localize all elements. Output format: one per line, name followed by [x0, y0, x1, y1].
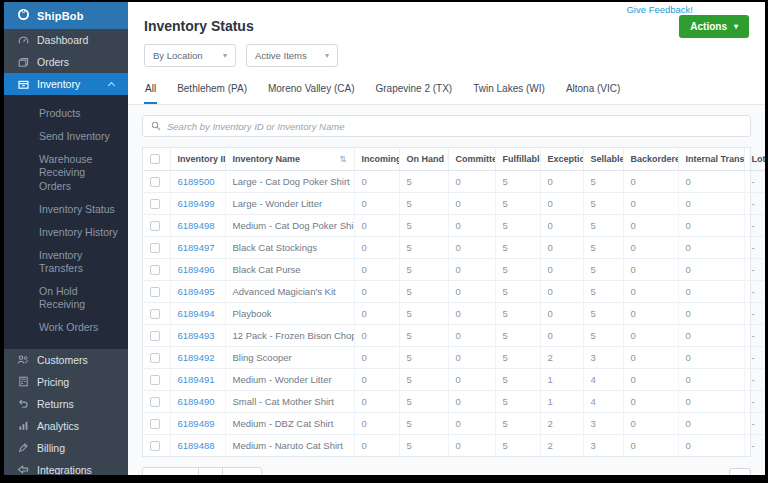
sidebar: ShipBob DashboardOrdersInventoryProducts… [4, 2, 128, 475]
value-cell: 5 [495, 435, 540, 457]
row-checkbox[interactable] [150, 199, 160, 209]
inventory-id-link[interactable]: 6189489 [178, 418, 215, 429]
value-cell: 5 [495, 369, 540, 391]
row-checkbox[interactable] [150, 287, 160, 297]
sidebar-item-integrations[interactable]: Integrations [4, 459, 128, 476]
value-cell: 0 [678, 391, 744, 413]
value-cell: 0 [354, 303, 399, 325]
value-cell: 5 [399, 281, 448, 303]
tab-all[interactable]: All [144, 79, 157, 104]
previous-page-button[interactable]: Previous [142, 467, 199, 476]
sidebar-item-orders[interactable]: Orders [4, 51, 128, 73]
value-cell: 0 [678, 347, 744, 369]
give-feedback-link[interactable]: Give Feedback! [626, 4, 693, 15]
sidebar-subitem-work-orders[interactable]: Work Orders [4, 316, 128, 339]
row-checkbox[interactable] [150, 243, 160, 253]
item-status-filter-dropdown[interactable]: Active Items ▾ [246, 44, 338, 67]
sidebar-subitem-inventory-status[interactable]: Inventory Status [4, 198, 128, 221]
inventory-id-link[interactable]: 6189495 [178, 286, 215, 297]
inventory-id-link[interactable]: 6189488 [178, 440, 215, 451]
inventory-name-cell: 12 Pack - Frozen Bison Chops [225, 325, 354, 347]
value-cell: 5 [495, 391, 540, 413]
page-title: Inventory Status [128, 15, 765, 34]
inventory-id-link[interactable]: 6189490 [178, 396, 215, 407]
caret-down-icon: ▾ [734, 23, 738, 31]
value-cell: 0 [354, 171, 399, 193]
column-header-inventory-name[interactable]: Inventory Name⇅ [225, 148, 354, 171]
logo-bar[interactable]: ShipBob [4, 2, 128, 29]
sidebar-item-customers[interactable]: Customers [4, 349, 128, 371]
location-filter-dropdown[interactable]: By Location ▾ [144, 44, 236, 67]
value-cell: 0 [448, 281, 495, 303]
inventory-name-cell: Advanced Magician's Kit [225, 281, 354, 303]
column-label: Inventory Name [233, 154, 301, 164]
sidebar-subitem-send-inventory[interactable]: Send Inventory [4, 125, 128, 148]
row-checkbox[interactable] [150, 177, 160, 187]
column-header-exception: Exception [540, 148, 583, 171]
tab-altona-vic[interactable]: Altona (VIC) [565, 79, 621, 104]
value-cell: 0 [540, 237, 583, 259]
sidebar-subitem-products[interactable]: Products [4, 102, 128, 125]
inventory-id-link[interactable]: 6189494 [178, 308, 215, 319]
row-checkbox[interactable] [150, 441, 160, 451]
actions-button[interactable]: Actions ▾ [679, 15, 749, 38]
column-header-on-hand[interactable]: On Hand⇅ [399, 148, 448, 171]
inventory-id-link[interactable]: 6189492 [178, 352, 215, 363]
sort-icon[interactable]: ⇅ [339, 154, 346, 164]
tab-moreno-valley-ca[interactable]: Moreno Valley (CA) [267, 79, 356, 104]
value-cell: 0 [354, 237, 399, 259]
value-cell: 5 [583, 303, 623, 325]
column-header-backordered: Backordered [623, 148, 678, 171]
row-checkbox[interactable] [150, 331, 160, 341]
inventory-id-link[interactable]: 6189498 [178, 220, 215, 231]
row-checkbox[interactable] [150, 375, 160, 385]
value-cell: 5 [399, 347, 448, 369]
row-select-cell [143, 347, 170, 369]
select-all-checkbox[interactable] [150, 154, 160, 164]
tab-bethlehem-pa[interactable]: Bethlehem (PA) [176, 79, 248, 104]
current-page-button[interactable]: 1 [198, 467, 223, 476]
page-info: Page 1 of 1 | Showing 13 of 13 | Go to p… [535, 468, 751, 475]
row-checkbox[interactable] [150, 309, 160, 319]
inventory-id-link[interactable]: 6189500 [178, 176, 215, 187]
sidebar-item-label: Pricing [37, 376, 69, 388]
tab-grapevine-2-tx[interactable]: Grapevine 2 (TX) [374, 79, 453, 104]
row-checkbox[interactable] [150, 221, 160, 231]
sidebar-item-dashboard[interactable]: Dashboard [4, 29, 128, 51]
sidebar-subitem-warehouse-receiving-orders[interactable]: Warehouse Receiving Orders [4, 148, 128, 197]
sidebar-item-billing[interactable]: Billing [4, 437, 128, 459]
inventory-id-link[interactable]: 6189496 [178, 264, 215, 275]
inventory-id-link[interactable]: 6189497 [178, 242, 215, 253]
sidebar-item-returns[interactable]: Returns [4, 393, 128, 415]
inventory-name-cell: Black Cat Stockings [225, 237, 354, 259]
value-cell: 0 [623, 325, 678, 347]
sidebar-item-label: Dashboard [37, 34, 88, 46]
tab-twin-lakes-wi[interactable]: Twin Lakes (WI) [472, 79, 546, 104]
inventory-id-link[interactable]: 6189499 [178, 198, 215, 209]
analytics-icon [17, 420, 29, 432]
row-checkbox[interactable] [150, 353, 160, 363]
row-select-cell [143, 171, 170, 193]
inventory-id-cell: 6189499 [170, 193, 225, 215]
sidebar-subitem-inventory-history[interactable]: Inventory History [4, 221, 128, 244]
sidebar-subitem-on-hold-receiving[interactable]: On Hold Receiving [4, 280, 128, 316]
sidebar-item-pricing[interactable]: Pricing [4, 371, 128, 393]
inventory-id-link[interactable]: 6189491 [178, 374, 215, 385]
row-checkbox[interactable] [150, 265, 160, 275]
sidebar-item-label: Analytics [37, 420, 79, 432]
table-row: 6189489Medium - DBZ Cat Shirt05052300- [143, 413, 765, 435]
value-cell: - [744, 369, 765, 391]
sidebar-item-analytics[interactable]: Analytics [4, 415, 128, 437]
row-checkbox[interactable] [150, 419, 160, 429]
value-cell: 5 [495, 259, 540, 281]
value-cell: 5 [399, 413, 448, 435]
sidebar-subitem-inventory-transfers[interactable]: Inventory Transfers [4, 244, 128, 280]
row-checkbox[interactable] [150, 397, 160, 407]
search-input[interactable] [167, 121, 742, 132]
inventory-id-link[interactable]: 6189493 [178, 330, 215, 341]
table-row: 6189488Medium - Naruto Cat Shirt05052300… [143, 435, 765, 457]
goto-page-input[interactable] [729, 468, 751, 475]
next-page-button[interactable]: Next [222, 467, 262, 476]
table-row: 6189496Black Cat Purse05050500- [143, 259, 765, 281]
sidebar-item-inventory[interactable]: Inventory [4, 73, 128, 95]
